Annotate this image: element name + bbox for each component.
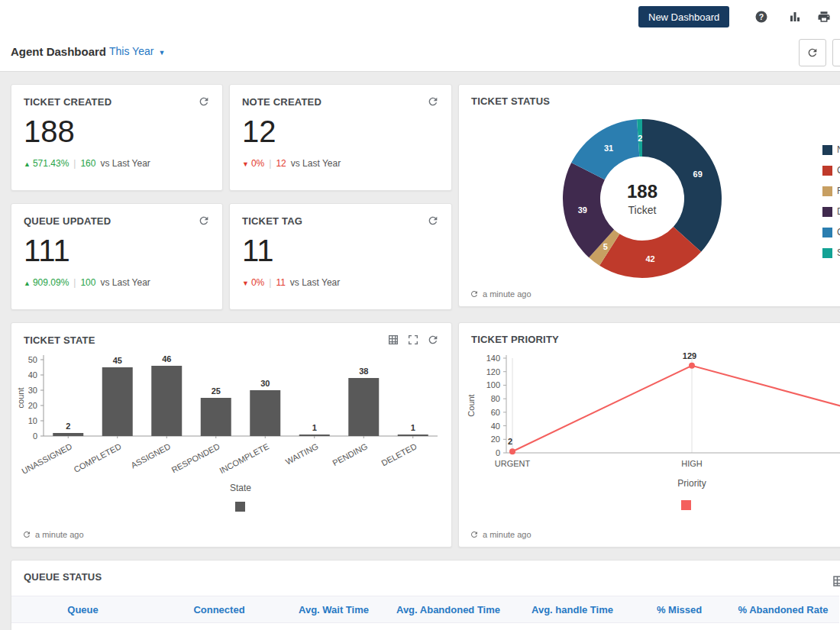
legend-item[interactable]: C [822, 165, 840, 176]
data-point[interactable] [689, 363, 695, 369]
fullscreen-icon[interactable] [407, 334, 419, 346]
svg-text:1: 1 [411, 423, 415, 432]
ticket-state-card: TICKET STATE 010203040502UNASSIGNED45COM… [11, 322, 452, 548]
donut-segment[interactable] [642, 119, 722, 252]
bar[interactable] [151, 366, 182, 436]
svg-text:40: 40 [491, 422, 500, 431]
svg-text:100: 100 [486, 380, 500, 389]
svg-text:20: 20 [491, 435, 500, 444]
last-updated: a minute ago [470, 289, 531, 299]
previous-value: 100 [80, 277, 95, 288]
column-header-queue[interactable]: Queue [11, 596, 154, 623]
card-title: TICKET CREATED [24, 96, 111, 108]
trend-up-indicator: ▲571.43% [24, 158, 69, 169]
refresh-icon[interactable] [427, 95, 439, 108]
svg-text:COMPLETED: COMPLETED [73, 441, 123, 474]
ticket-status-legend[interactable]: NCRDCS [822, 144, 840, 258]
svg-text:50: 50 [28, 355, 37, 364]
bar[interactable] [299, 435, 330, 436]
help-icon[interactable] [754, 10, 768, 24]
ticket-status-card: TICKET STATUS 6942539312 188 Ticket NCRD… [458, 84, 840, 307]
svg-text:2: 2 [638, 134, 642, 143]
legend-swatch [822, 228, 832, 237]
legend-item[interactable]: C [822, 227, 840, 237]
previous-value: 160 [80, 158, 95, 169]
divider: | [73, 277, 76, 288]
bar[interactable] [53, 433, 83, 436]
queue-status-table: Queue Connected Avg. Wait Time Avg. Aban… [11, 596, 839, 623]
legend-item[interactable]: S [822, 247, 840, 258]
legend-swatch [822, 145, 832, 155]
legend-swatch [822, 207, 832, 217]
compare-label: vs Last Year [291, 158, 341, 169]
card-title: QUEUE STATUS [24, 571, 102, 583]
previous-value: 12 [276, 158, 286, 169]
legend-swatch [822, 166, 832, 176]
svg-text:2: 2 [66, 422, 70, 431]
column-header-avg-wait-time[interactable]: Avg. Wait Time [284, 596, 383, 623]
refresh-time-icon [470, 530, 479, 539]
svg-text:129: 129 [683, 351, 696, 360]
column-header-pct-missed[interactable]: % Missed [632, 596, 727, 623]
compare-label: vs Last Year [290, 277, 340, 288]
ticket-state-bar-chart[interactable]: 010203040502UNASSIGNED45COMPLETED46ASSIG… [16, 347, 444, 515]
last-updated: a minute ago [22, 530, 84, 539]
bar[interactable] [102, 367, 133, 436]
fullscreen-button[interactable] [832, 39, 840, 66]
dashboard-header: Agent Dashboard - This Year▼ [0, 34, 840, 72]
trend-down-icon: ▼ [242, 160, 249, 168]
refresh-icon[interactable] [198, 95, 210, 108]
column-header-connected[interactable]: Connected [154, 596, 284, 623]
legend-swatch [822, 248, 832, 258]
bar[interactable] [201, 398, 231, 436]
legend-label: S [837, 247, 840, 258]
legend-label: C [837, 165, 840, 176]
refresh-icon[interactable] [427, 334, 439, 346]
new-dashboard-button[interactable]: New Dashboard [638, 6, 729, 27]
chevron-down-icon: ▼ [158, 49, 165, 57]
legend-item[interactable]: D [822, 206, 840, 217]
divider: | [73, 158, 76, 169]
table-view-icon[interactable] [387, 334, 399, 346]
chart-icon[interactable] [788, 10, 802, 24]
page-title: Agent Dashboard [11, 45, 106, 58]
bar[interactable] [250, 390, 280, 436]
stat-comparison: ▲571.43% | 160 vs Last Year [11, 147, 222, 169]
card-title: TICKET PRIORITY [471, 334, 559, 345]
period-label: This Year [109, 45, 153, 57]
column-header-pct-abandoned-rate[interactable]: % Abandoned Rate [727, 596, 839, 623]
legend-item[interactable]: R [822, 186, 840, 196]
ticket-status-donut-chart[interactable]: 6942539312 [554, 111, 730, 286]
legend-item[interactable]: N [822, 144, 840, 155]
stat-value: 111 [11, 227, 222, 267]
divider: | [269, 277, 271, 288]
refresh-dashboard-button[interactable] [799, 39, 826, 66]
column-header-avg-abandoned-time[interactable]: Avg. Abandoned Time [383, 596, 513, 623]
ticket-priority-line-chart[interactable]: 0204060801001201402URGENT129HIGH57LOWPri… [464, 347, 840, 515]
period-dropdown[interactable]: This Year▼ [109, 45, 165, 57]
svg-text:HIGH: HIGH [681, 459, 703, 468]
top-bar: New Dashboard [0, 0, 840, 34]
bar[interactable] [398, 435, 428, 436]
table-export-icon[interactable] [832, 574, 840, 588]
bar[interactable] [348, 378, 379, 436]
svg-text:42: 42 [645, 254, 654, 263]
trend-down-indicator: ▼0% [242, 158, 264, 169]
print-icon[interactable] [817, 10, 831, 24]
refresh-icon[interactable] [198, 215, 210, 227]
svg-text:38: 38 [359, 367, 368, 376]
refresh-time-icon [22, 530, 31, 539]
card-title: TICKET STATE [24, 334, 95, 346]
stat-comparison: ▼0% | 12 vs Last Year [230, 147, 451, 169]
data-point[interactable] [509, 448, 515, 454]
ticket-priority-card: TICKET PRIORITY 0204060801001201402URGEN… [458, 322, 840, 548]
svg-text:1: 1 [312, 423, 317, 432]
ticket-tag-card: TICKET TAG 11 ▼0% | 11 vs Last Year [229, 203, 452, 310]
legend-label: R [837, 186, 840, 196]
trend-down-icon: ▼ [242, 279, 249, 287]
refresh-time-icon [470, 289, 479, 299]
refresh-icon[interactable] [427, 215, 439, 227]
svg-text:30: 30 [260, 379, 270, 388]
svg-text:count: count [16, 388, 25, 409]
column-header-avg-handle-time[interactable]: Avg. handle Time [513, 596, 632, 623]
